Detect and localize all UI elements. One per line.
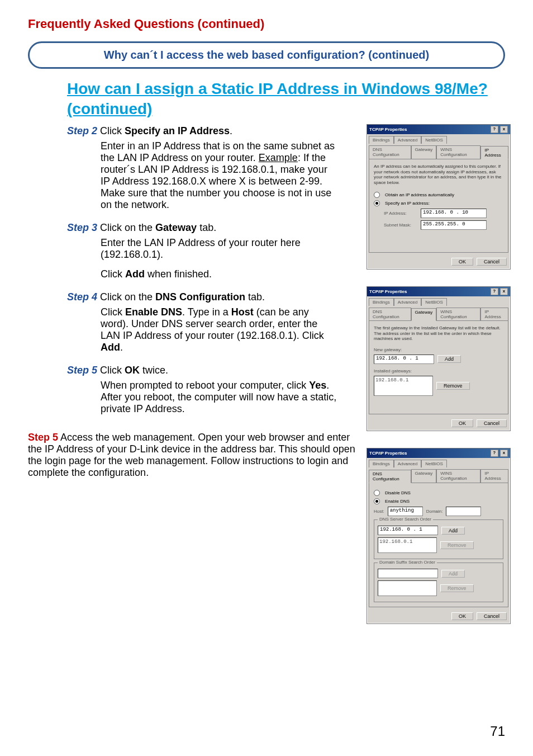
radio-obtain[interactable]: Obtain an IP address automatically	[374, 192, 503, 198]
dialog-footer: OK Cancel	[367, 416, 510, 431]
step-4-p1b: Enable DNS	[125, 306, 182, 318]
title-bar: TCP/IP Properties ? x	[367, 125, 510, 134]
dns-add-button[interactable]: Add	[441, 527, 465, 535]
cancel-button[interactable]: Cancel	[477, 258, 507, 266]
ip-address-label: IP Address:	[384, 211, 417, 216]
step-3-para-b-a: Click	[101, 268, 125, 280]
tab-winsconf[interactable]: WINS Configuration	[436, 469, 480, 483]
installed-gateways-list[interactable]: 192.168.0.1	[374, 376, 433, 396]
suffix-remove-button[interactable]: Remove	[440, 584, 474, 592]
step-4: Step 4 Click on the DNS Configuration ta…	[67, 291, 337, 353]
titlebar-buttons: ? x	[490, 450, 508, 457]
step-3-body: Enter the LAN IP Address of your router …	[101, 237, 337, 280]
dns-server-list[interactable]: 192.168.0.1	[378, 537, 437, 553]
dialog-footer: OK Cancel	[367, 609, 510, 623]
tab-gateway[interactable]: Gateway	[411, 308, 437, 321]
new-gateway-input[interactable]: 192.168. 0 . 1	[374, 355, 434, 364]
step-5a-bold: OK	[125, 365, 140, 376]
tab-advanced[interactable]: Advanced	[394, 298, 422, 306]
tab-ipaddress[interactable]: IP Address	[480, 469, 508, 483]
titlebar-buttons: ? x	[490, 288, 508, 295]
remove-button[interactable]: Remove	[436, 382, 470, 390]
step-4-body: Click Enable DNS. Type in a Host (can be…	[101, 306, 337, 353]
page-number: 71	[490, 724, 505, 739]
tab-ipaddress[interactable]: IP Address	[480, 308, 508, 320]
title-bar: TCP/IP Properties ? x	[367, 287, 510, 296]
dns-remove-button[interactable]: Remove	[440, 541, 474, 549]
step-4-p4: .	[120, 342, 123, 353]
dialog-footer: OK Cancel	[367, 254, 510, 269]
ok-button[interactable]: OK	[451, 419, 473, 427]
subnet-mask-input[interactable]: 255.255.255. 0	[421, 220, 487, 230]
radio-specify[interactable]: Specify an IP address:	[374, 200, 503, 206]
close-button[interactable]: x	[500, 126, 508, 133]
step-5b: Step 5 Access the web management. Open y…	[28, 432, 363, 479]
tab-row-bottom: DNS Configuration Gateway WINS Configura…	[367, 144, 510, 159]
step-4-p1: Click	[101, 306, 125, 318]
banner-text: Why can´t I access the web based configu…	[40, 49, 493, 62]
host-input[interactable]: anything	[388, 507, 423, 516]
help-button[interactable]: ?	[491, 288, 498, 295]
domain-suffix-group: Domain Suffix Search Order Add Remove	[374, 563, 503, 602]
help-button[interactable]: ?	[491, 126, 498, 133]
ok-button[interactable]: OK	[451, 258, 473, 266]
tcpip-dialog-dns: TCP/IP Properties ? x Bindings Advanced …	[367, 448, 511, 624]
step-5a-p1c: .	[326, 380, 329, 391]
tab-advanced[interactable]: Advanced	[394, 460, 422, 467]
ip-address-input[interactable]: 192.168. 0 . 10	[421, 209, 487, 218]
step-3-lead: Click on the	[97, 222, 155, 233]
close-button[interactable]: x	[500, 288, 508, 295]
radio-enable-dns[interactable]: Enable DNS	[374, 498, 503, 504]
tab-body-dns: Disable DNS Enable DNS Host: anything Do…	[369, 483, 508, 607]
step-5a-lead: Click	[97, 365, 125, 376]
tab-dnsconf[interactable]: DNS Configuration	[369, 308, 411, 320]
help-button[interactable]: ?	[491, 450, 498, 457]
question-banner: Why can´t I access the web based configu…	[28, 41, 505, 69]
ok-button[interactable]: OK	[451, 612, 473, 620]
tab-netbios[interactable]: NetBIOS	[421, 136, 447, 144]
domain-input[interactable]	[446, 507, 481, 516]
tab-gateway[interactable]: Gateway	[411, 145, 437, 159]
add-button[interactable]: Add	[437, 355, 461, 363]
close-button[interactable]: x	[500, 450, 508, 457]
title-bar: TCP/IP Properties ? x	[367, 448, 510, 458]
tab-bindings[interactable]: Bindings	[369, 460, 394, 467]
step-5a-p1: When prompted to reboot your computer, c…	[101, 380, 309, 391]
step-5b-label: Step 5	[28, 432, 58, 443]
tab-netbios[interactable]: NetBIOS	[421, 298, 447, 306]
radio-obtain-label: Obtain an IP address automatically	[385, 192, 454, 197]
tab-bindings[interactable]: Bindings	[369, 136, 394, 144]
tcpip-dialog-ip: TCP/IP Properties ? x Bindings Advanced …	[367, 124, 511, 270]
tab-bindings[interactable]: Bindings	[369, 298, 394, 306]
radio-icon	[374, 490, 380, 496]
step-3-para-a: Enter the LAN IP Address of your router …	[101, 237, 337, 261]
tab-winsconf[interactable]: WINS Configuration	[436, 145, 480, 159]
step-4-p3b: Add	[101, 342, 120, 353]
tab-ipaddress[interactable]: IP Address	[480, 146, 508, 159]
tab-netbios[interactable]: NetBIOS	[421, 460, 447, 467]
step-2-bold: Specify an IP Address	[125, 125, 230, 136]
step-3-label: Step 3	[67, 222, 97, 233]
dns-server-input[interactable]: 192.168. 0 . 1	[378, 526, 438, 535]
tab-body-ip: An IP address can be automatically assig…	[369, 159, 508, 253]
step-2: Step 2 Click Specify an IP Address. Ente…	[67, 125, 337, 211]
suffix-list[interactable]	[378, 580, 437, 596]
cancel-button[interactable]: Cancel	[477, 419, 507, 427]
step-3-bold: Gateway	[155, 222, 197, 233]
suffix-add-button[interactable]: Add	[441, 570, 465, 578]
suffix-input[interactable]	[378, 569, 438, 578]
subnet-mask-label: Subnet Mask:	[384, 223, 417, 228]
tab-advanced[interactable]: Advanced	[394, 136, 422, 144]
tab-winsconf[interactable]: WINS Configuration	[436, 308, 480, 320]
radio-disable-dns[interactable]: Disable DNS	[374, 490, 503, 496]
step-5a-label: Step 5	[67, 365, 97, 376]
host-label: Host:	[374, 509, 384, 514]
tab-row-top: Bindings Advanced NetBIOS	[367, 296, 510, 306]
tab-gateway[interactable]: Gateway	[411, 469, 437, 483]
cancel-button[interactable]: Cancel	[477, 612, 507, 620]
radio-icon	[374, 200, 380, 206]
step-4-p2b: Host	[231, 306, 254, 318]
dialog-title: TCP/IP Properties	[369, 289, 407, 294]
tab-dnsconf[interactable]: DNS Configuration	[369, 470, 411, 483]
tab-dnsconf[interactable]: DNS Configuration	[369, 145, 411, 159]
